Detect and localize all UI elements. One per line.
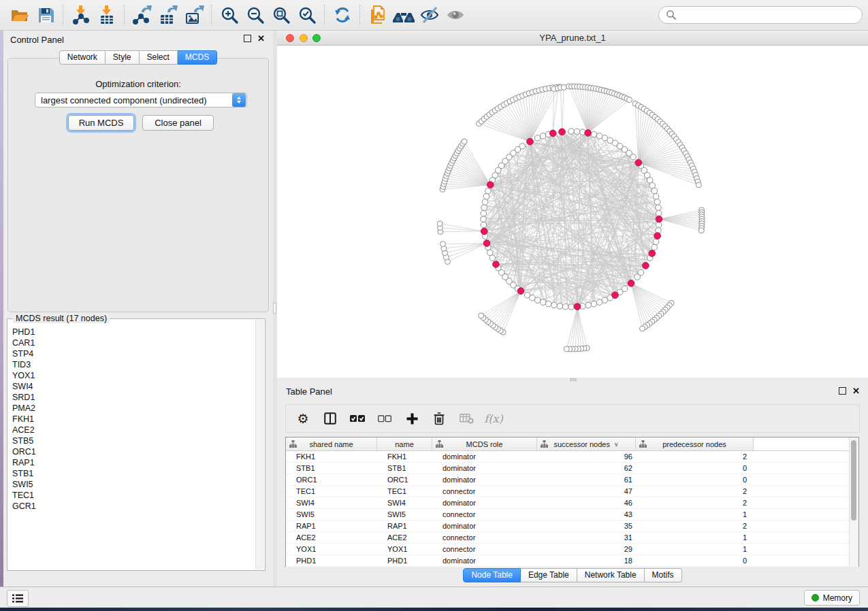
cell-pred[interactable]: 1 xyxy=(636,545,754,553)
tab-network-table[interactable]: Network Table xyxy=(577,568,645,582)
cell-name[interactable]: STB1 xyxy=(377,464,432,472)
cell-name[interactable]: SWI5 xyxy=(377,510,432,518)
mcds-node[interactable] xyxy=(549,130,556,137)
mcds-result-item[interactable]: PMA2 xyxy=(12,403,256,414)
cell-pred[interactable]: 2 xyxy=(636,452,754,461)
cell-succ[interactable]: 29 xyxy=(537,545,636,553)
tab-motifs[interactable]: Motifs xyxy=(645,568,682,582)
cell-pred[interactable]: 2 xyxy=(636,522,754,530)
cell-succ[interactable]: 18 xyxy=(537,557,636,565)
mcds-result-item[interactable]: SWI4 xyxy=(12,381,256,392)
delete-table-icon[interactable] xyxy=(456,408,477,429)
network-node[interactable] xyxy=(652,188,658,194)
network-node[interactable] xyxy=(652,244,658,250)
network-node[interactable] xyxy=(596,299,602,306)
network-node[interactable] xyxy=(487,250,494,256)
cell-role[interactable]: dominator xyxy=(432,476,537,484)
zoom-out-icon[interactable] xyxy=(242,4,268,26)
network-node[interactable] xyxy=(564,346,569,352)
column-header-shared[interactable]: shared name xyxy=(286,437,377,450)
zoom-selected-icon[interactable] xyxy=(294,4,320,26)
cell-name[interactable]: SWI4 xyxy=(377,499,432,507)
cell-shared[interactable]: ACE2 xyxy=(286,533,377,542)
network-node[interactable] xyxy=(481,210,487,216)
mcds-node[interactable] xyxy=(612,292,619,299)
binoculars-icon[interactable] xyxy=(391,4,417,26)
mcds-node[interactable] xyxy=(649,250,656,257)
cell-shared[interactable]: SWI5 xyxy=(286,510,377,518)
tab-select[interactable]: Select xyxy=(140,50,178,65)
cell-succ[interactable]: 43 xyxy=(537,510,636,518)
network-node[interactable] xyxy=(656,222,662,228)
cell-role[interactable]: connector xyxy=(432,510,537,518)
cell-role[interactable]: dominator xyxy=(432,464,537,472)
splitter-grabber[interactable] xyxy=(273,303,276,314)
table-row[interactable]: SWI5SWI5connector431 xyxy=(286,509,858,521)
close-panel-icon[interactable]: ✕ xyxy=(257,35,265,42)
network-node[interactable] xyxy=(551,302,558,308)
network-node[interactable] xyxy=(630,154,637,160)
column-header-name[interactable]: name xyxy=(377,437,432,450)
network-canvas-svg[interactable] xyxy=(277,46,868,378)
mcds-node[interactable] xyxy=(559,129,566,135)
cell-succ[interactable]: 61 xyxy=(537,476,636,484)
cell-role[interactable]: connector xyxy=(432,545,537,553)
network-node[interactable] xyxy=(568,129,575,135)
zoom-in-icon[interactable] xyxy=(216,4,242,26)
network-node[interactable] xyxy=(653,193,659,199)
table-scrollbar[interactable] xyxy=(849,437,858,566)
network-node[interactable] xyxy=(479,313,484,318)
network-node[interactable] xyxy=(557,303,563,310)
mcds-result-item[interactable]: SWI5 xyxy=(12,479,256,490)
mcds-result-item[interactable]: ORC1 xyxy=(12,446,256,457)
network-node[interactable] xyxy=(562,303,568,310)
cell-shared[interactable]: PHD1 xyxy=(286,557,377,565)
mcds-node[interactable] xyxy=(483,240,490,247)
clone-network-icon[interactable] xyxy=(365,4,391,26)
settings-gear-icon[interactable]: ⚙ xyxy=(293,408,313,429)
add-column-icon[interactable] xyxy=(402,408,422,429)
mcds-node[interactable] xyxy=(493,261,500,268)
cell-succ[interactable]: 47 xyxy=(537,487,636,495)
network-node[interactable] xyxy=(656,205,662,211)
mcds-result-item[interactable]: TID3 xyxy=(12,359,256,370)
export-image-icon[interactable] xyxy=(181,4,207,26)
close-panel-button[interactable]: Close panel xyxy=(142,115,214,131)
cell-shared[interactable]: ORC1 xyxy=(286,476,377,484)
mcds-result-item[interactable]: RAP1 xyxy=(12,457,256,468)
mcds-result-item[interactable]: STB1 xyxy=(12,468,256,479)
network-node[interactable] xyxy=(574,129,580,135)
cell-role[interactable]: dominator xyxy=(432,452,537,461)
network-node[interactable] xyxy=(540,299,546,306)
table-row[interactable]: ACE2ACE2connector311 xyxy=(286,532,858,544)
zoom-fit-icon[interactable] xyxy=(268,4,294,26)
cell-name[interactable]: YOX1 xyxy=(377,545,432,553)
mcds-result-item[interactable]: SRD1 xyxy=(12,392,256,403)
network-node[interactable] xyxy=(696,182,701,188)
cell-role[interactable]: connector xyxy=(432,487,537,495)
hide-selected-icon[interactable] xyxy=(417,4,443,26)
cell-succ[interactable]: 35 xyxy=(537,522,636,530)
network-node[interactable] xyxy=(698,228,704,233)
network-node[interactable] xyxy=(481,205,487,211)
cell-pred[interactable]: 1 xyxy=(636,510,754,518)
mcds-node[interactable] xyxy=(628,280,634,287)
network-node[interactable] xyxy=(545,301,551,307)
mcds-node[interactable] xyxy=(527,138,534,145)
cell-pred[interactable]: 0 xyxy=(636,464,754,472)
cell-shared[interactable]: STB1 xyxy=(286,464,377,472)
table-row[interactable]: TEC1TEC1connector472 xyxy=(286,486,858,497)
delete-column-icon[interactable] xyxy=(429,408,449,429)
network-node[interactable] xyxy=(437,221,443,227)
network-node[interactable] xyxy=(640,326,645,331)
network-node[interactable] xyxy=(649,182,656,188)
mcds-result-item[interactable]: STB5 xyxy=(12,435,256,446)
mcds-result-item[interactable]: CAR1 xyxy=(12,337,256,348)
network-node[interactable] xyxy=(561,84,566,90)
select-all-icon[interactable] xyxy=(347,408,368,429)
cell-role[interactable]: connector xyxy=(432,533,537,542)
network-node[interactable] xyxy=(485,188,492,194)
network-node[interactable] xyxy=(483,193,489,199)
network-node[interactable] xyxy=(654,199,660,205)
mcds-node[interactable] xyxy=(487,182,494,188)
